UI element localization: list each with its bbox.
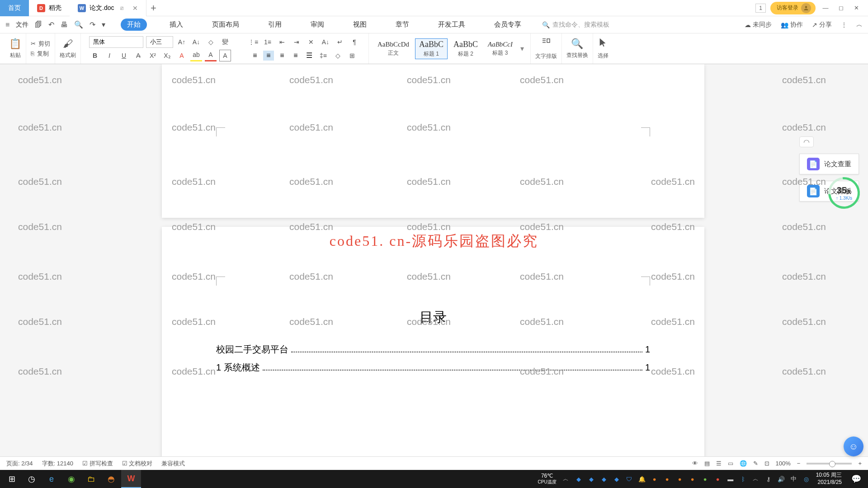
- menu-tab-view[interactable]: 视图: [347, 19, 373, 31]
- style-heading1[interactable]: AaBbC 标题 1: [415, 38, 448, 59]
- strikethrough-button[interactable]: A̶: [132, 50, 144, 61]
- reading-view-icon[interactable]: 👁: [692, 460, 698, 467]
- print-icon[interactable]: 🖶: [61, 21, 68, 29]
- tray-icon[interactable]: ●: [700, 474, 710, 484]
- undo-icon[interactable]: ↶: [48, 20, 54, 29]
- tab-doke[interactable]: D 稻壳: [29, 0, 70, 16]
- tray-icon[interactable]: ◆: [586, 474, 596, 484]
- file-menu[interactable]: 文件: [16, 21, 28, 29]
- show-marks-icon[interactable]: ¶: [349, 36, 360, 48]
- tray-icon[interactable]: ●: [688, 474, 698, 484]
- zoom-out-button[interactable]: −: [797, 460, 801, 467]
- tray-volume-icon[interactable]: 🔊: [776, 474, 786, 484]
- print-preview-icon[interactable]: 🔍: [74, 20, 83, 29]
- tray-icon[interactable]: ◆: [612, 474, 622, 484]
- ie-icon[interactable]: e: [42, 470, 61, 488]
- command-search[interactable]: 🔍 查找命令、搜索模板: [542, 21, 743, 29]
- tab-add-button[interactable]: +: [146, 2, 160, 14]
- cut-button[interactable]: ✂剪切: [31, 40, 50, 48]
- outline-view-icon[interactable]: ☰: [716, 460, 722, 467]
- highlight-button[interactable]: ab: [190, 50, 202, 61]
- style-body[interactable]: AaBbCcDd 正文: [373, 39, 413, 58]
- close-button[interactable]: ✕: [851, 3, 862, 14]
- maximize-button[interactable]: ◻: [835, 3, 846, 14]
- sort-icon[interactable]: A↓: [320, 36, 331, 48]
- bold-button[interactable]: B: [89, 50, 101, 61]
- number-list-icon[interactable]: 1≡: [262, 36, 274, 48]
- browser-icon[interactable]: ◉: [61, 470, 81, 488]
- more-icon[interactable]: ⋮: [841, 21, 847, 28]
- border-icon[interactable]: ⊞: [346, 50, 358, 61]
- tray-chevron-icon[interactable]: ︿: [751, 474, 761, 484]
- tab-document[interactable]: W 论文.doc ⎚ ✕: [70, 0, 146, 16]
- style-heading3[interactable]: AaBbCcI 标题 3: [484, 39, 517, 58]
- font-size-select[interactable]: 小三: [146, 36, 173, 48]
- sync-status[interactable]: ☁未同步: [745, 21, 772, 29]
- find-replace-icon[interactable]: 🔍: [571, 38, 583, 50]
- menu-tab-insert[interactable]: 插入: [163, 19, 189, 31]
- weather-widget[interactable]: 76℃ CPU温度: [533, 473, 561, 485]
- increase-indent-icon[interactable]: ⇥: [291, 36, 302, 48]
- zoom-slider[interactable]: [807, 463, 852, 465]
- tray-icon[interactable]: ●: [713, 474, 723, 484]
- tab-home[interactable]: 首页: [0, 0, 29, 16]
- char-border-button[interactable]: A: [219, 50, 231, 61]
- bullet-list-icon[interactable]: ⋮≡: [247, 36, 259, 48]
- italic-button[interactable]: I: [104, 50, 115, 61]
- tray-search-icon[interactable]: ◎: [802, 474, 811, 484]
- fit-icon[interactable]: ⊡: [764, 460, 769, 467]
- taskbar-clock[interactable]: 10:05 周三 2021/8/25: [811, 472, 846, 486]
- grow-font-icon[interactable]: A↑: [176, 36, 188, 48]
- font-color-button[interactable]: A: [205, 50, 217, 61]
- tray-icon[interactable]: ●: [675, 474, 685, 484]
- tray-ime-icon[interactable]: 中: [789, 474, 799, 484]
- task-view-icon[interactable]: ◷: [22, 470, 42, 488]
- app-icon-1[interactable]: ◓: [101, 470, 121, 488]
- app-menu-icon[interactable]: ≡: [5, 21, 9, 29]
- styles-more-icon[interactable]: ▾: [519, 44, 526, 53]
- line-break-icon[interactable]: ↵: [334, 36, 346, 48]
- tray-chevron-icon[interactable]: ︿: [561, 474, 571, 484]
- save-icon[interactable]: 🗐: [35, 21, 42, 29]
- superscript-button[interactable]: X²: [147, 50, 159, 61]
- tray-bluetooth-icon[interactable]: ᛒ: [738, 474, 748, 484]
- web-layout-icon[interactable]: ▭: [728, 460, 733, 467]
- tray-wifi-icon[interactable]: ⚷: [764, 474, 774, 484]
- align-center-icon[interactable]: ≡: [263, 51, 274, 61]
- collab-button[interactable]: 👥协作: [781, 21, 803, 29]
- tray-shield-icon[interactable]: 🛡: [624, 474, 634, 484]
- start-button[interactable]: ⊞: [2, 470, 22, 488]
- presentation-icon[interactable]: ⎚: [120, 5, 123, 11]
- text-effects-button[interactable]: A: [176, 50, 188, 61]
- decrease-indent-icon[interactable]: ⇤: [276, 36, 288, 48]
- clear-format-icon[interactable]: ◇: [205, 36, 217, 48]
- distribute-icon[interactable]: ☰: [304, 51, 315, 61]
- proofread-toggle[interactable]: ☑ 文档校对: [122, 460, 153, 468]
- print-layout-icon[interactable]: ▤: [704, 460, 710, 467]
- line-spacing-icon[interactable]: ‡≡: [317, 50, 329, 61]
- zoom-in-button[interactable]: +: [858, 460, 862, 467]
- align-left-icon[interactable]: ≡: [250, 51, 260, 61]
- login-button[interactable]: 访客登录: [770, 2, 816, 14]
- wps-icon[interactable]: W: [121, 470, 141, 488]
- collapse-panel-icon[interactable]: ◠: [799, 136, 814, 147]
- subscript-button[interactable]: X₂: [161, 50, 173, 61]
- tray-bell-icon[interactable]: 🔔: [637, 474, 647, 484]
- menu-tab-chapter[interactable]: 章节: [389, 19, 415, 31]
- page-indicator[interactable]: 页面: 2/34: [6, 460, 33, 468]
- spell-check-toggle[interactable]: ☑ 拼写检查: [82, 460, 113, 468]
- tray-battery-icon[interactable]: ▬: [726, 474, 736, 484]
- style-heading2[interactable]: AaBbC 标题 2: [449, 38, 482, 59]
- asian-layout-icon[interactable]: ✕: [305, 36, 317, 48]
- text-layout-icon[interactable]: [541, 37, 552, 51]
- underline-button[interactable]: U: [118, 50, 130, 61]
- menu-tab-layout[interactable]: 页面布局: [206, 19, 245, 31]
- copy-button[interactable]: ⎘复制: [31, 50, 49, 58]
- menu-tab-start[interactable]: 开始: [121, 19, 147, 31]
- explorer-icon[interactable]: 🗀: [81, 470, 101, 488]
- paste-icon[interactable]: 📋: [9, 38, 21, 50]
- select-icon[interactable]: [598, 38, 608, 50]
- share-button[interactable]: ↗分享: [812, 21, 832, 29]
- font-family-select[interactable]: 黑体: [89, 36, 143, 48]
- collapse-ribbon-icon[interactable]: ︿: [856, 21, 863, 29]
